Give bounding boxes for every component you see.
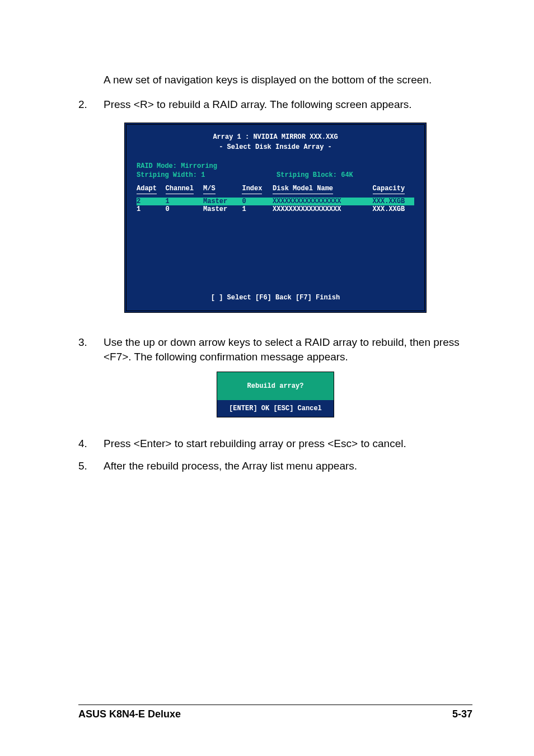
bios-body: RAID Mode: Mirroring Striping Width: 1 S… [127,156,424,292]
confirm-dialog: Rebuild array? [ENTER] OK [ESC] Cancel [217,372,334,417]
cell-ms: Master [203,205,242,213]
cell-channel: 1 [166,198,203,205]
cell-adapt: 1 [137,205,166,213]
step-text: Press <Enter> to start rebuilding array … [104,436,472,451]
dialog-question: Rebuild array? [217,372,334,400]
cell-ms: Master [203,198,242,205]
step-2: 2. Press <R> to rebuild a RAID array. Th… [78,97,472,112]
col-adapt: Adapt [137,185,157,194]
bios-title-line1: Array 1 : NVIDIA MIRROR XXX.XXG [127,133,424,142]
cell-model: XXXXXXXXXXXXXXXXX [273,205,373,213]
cell-index: 0 [242,198,273,205]
dialog-actions: [ENTER] OK [ESC] Cancel [217,400,334,417]
page-footer: ASUS K8N4-E Deluxe 5-37 [0,705,534,720]
cell-model: XXXXXXXXXXXXXXXXX [273,198,373,205]
cell-capacity: XXX.XXGB [373,205,414,213]
step-number: 2. [78,97,104,112]
table-row[interactable]: 2 1 Master 0 XXXXXXXXXXXXXXXXX XXX.XXGB [137,198,414,205]
stripe-width: Striping Width: 1 [137,171,277,179]
step-number: 4. [78,436,104,451]
footer-page-number: 5-37 [452,708,472,720]
bios-footer-keys: [ ] Select [F6] Back [F7] Finish [127,292,424,311]
stripe-block: Striping Block: 64K [277,171,353,179]
page-content: A new set of navigation keys is displaye… [0,0,534,473]
col-index: Index [242,185,262,194]
step-5: 5. After the rebuild process, the Array … [78,459,472,473]
raid-mode: RAID Mode: Mirroring [137,162,414,170]
step-number: 5. [78,459,104,473]
footer-product: ASUS K8N4-E Deluxe [78,708,181,720]
col-channel: Channel [166,185,194,194]
step-text: Use the up or down arrow keys to select … [104,335,472,364]
col-model: Disk Model Name [273,185,333,194]
step-number: 3. [78,335,104,350]
table-row[interactable]: 1 0 Master 1 XXXXXXXXXXXXXXXXX XXX.XXGB [137,205,414,213]
col-capacity: Capacity [373,185,405,194]
cell-adapt: 2 [137,198,166,205]
raid-info: RAID Mode: Mirroring Striping Width: 1 S… [137,159,414,185]
step-3: 3. Use the up or down arrow keys to sele… [78,335,472,364]
cell-index: 1 [242,205,273,213]
cell-channel: 0 [166,205,203,213]
bios-title-line2: - Select Disk Inside Array - [127,143,424,152]
disk-table: Adapt Channel M/S Index Disk Model Name … [137,185,414,286]
bios-header: Array 1 : NVIDIA MIRROR XXX.XXG - Select… [127,125,424,156]
cell-capacity: XXX.XXGB [373,198,414,205]
lead-paragraph: A new set of navigation keys is displaye… [104,73,472,87]
step-text: After the rebuild process, the Array lis… [104,459,472,473]
col-ms: M/S [203,185,216,194]
table-header-row: Adapt Channel M/S Index Disk Model Name … [137,185,414,194]
bios-screen: Array 1 : NVIDIA MIRROR XXX.XXG - Select… [124,123,427,313]
step-4: 4. Press <Enter> to start rebuilding arr… [78,436,472,451]
step-text: Press <R> to rebuild a RAID array. The f… [104,97,472,112]
